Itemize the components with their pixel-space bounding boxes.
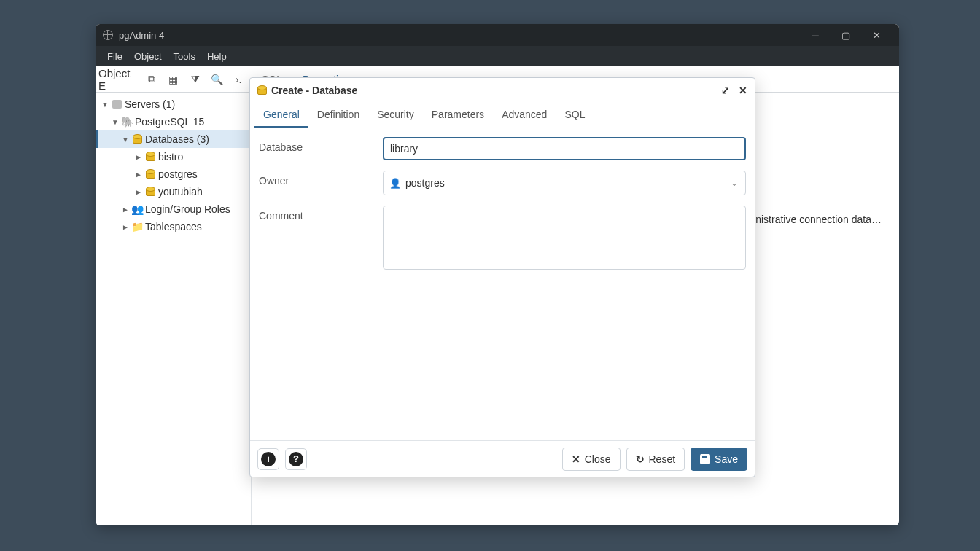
label-database: Database [259, 137, 383, 153]
database-icon [146, 171, 155, 179]
tree-db-bistro[interactable]: bistro [96, 148, 251, 165]
titlebar: pgAdmin 4 ─ ▢ ✕ [96, 24, 899, 46]
menu-help[interactable]: Help [201, 51, 233, 62]
elephant-icon: 🐘 [120, 116, 133, 128]
dialog-tabs: General Definition Security Parameters A… [250, 103, 755, 128]
tab-general[interactable]: General [254, 103, 308, 128]
tree-tablespaces[interactable]: 📁 Tablespaces [96, 218, 251, 235]
close-button[interactable]: ✕Close [562, 448, 621, 471]
tree-login-roles[interactable]: 👥 Login/Group Roles [96, 200, 251, 218]
label-comment: Comment [259, 206, 383, 222]
close-icon: ✕ [572, 453, 580, 465]
tab-sql-dialog[interactable]: SQL [556, 103, 594, 128]
close-dialog-icon[interactable]: ✕ [739, 85, 747, 96]
globe-icon [103, 30, 113, 40]
expand-icon[interactable]: ⤢ [721, 85, 730, 96]
tree-postgres-server[interactable]: 🐘 PostgreSQL 15 [96, 113, 251, 130]
dialog-title: Create - Database [271, 85, 357, 96]
dialog-footer: i ? ✕Close ↻Reset Save [250, 440, 755, 477]
maximize-button[interactable]: ▢ [831, 24, 861, 46]
database-icon [133, 136, 142, 144]
server-group-icon [112, 100, 122, 109]
comment-textarea[interactable] [383, 206, 746, 270]
create-database-dialog: Create - Database ⤢ ✕ General Definition… [249, 77, 755, 477]
window-title: pgAdmin 4 [119, 30, 164, 41]
reset-icon: ↻ [636, 453, 645, 465]
owner-select[interactable]: 👤 postgres ⌄ [383, 171, 746, 195]
close-window-button[interactable]: ✕ [861, 24, 892, 46]
tab-advanced[interactable]: Advanced [493, 103, 556, 128]
save-icon [700, 454, 710, 464]
menu-file[interactable]: File [101, 51, 128, 62]
dialog-body: Database Owner 👤 postgres ⌄ Comment [250, 128, 755, 440]
database-icon [146, 153, 155, 161]
background-hint-text: ninistrative connection data… [747, 214, 882, 225]
menu-tools[interactable]: Tools [168, 51, 201, 62]
object-explorer-label: Object E [98, 67, 140, 92]
database-icon [146, 188, 155, 196]
tree-db-youtubiah[interactable]: youtubiah [96, 183, 251, 200]
save-button[interactable]: Save [691, 448, 747, 471]
object-tree: Servers (1) 🐘 PostgreSQL 15 Databases (3… [96, 93, 252, 525]
toolbar-filter-icon[interactable]: ⧩ [185, 69, 206, 90]
tab-parameters[interactable]: Parameters [423, 103, 493, 128]
user-icon: 👤 [389, 178, 401, 189]
label-owner: Owner [259, 171, 383, 187]
tree-databases[interactable]: Databases (3) [96, 130, 251, 148]
tab-security[interactable]: Security [368, 103, 423, 128]
toolbar-icon-2[interactable]: ▦ [163, 69, 184, 90]
chevron-down-icon: ⌄ [723, 178, 738, 188]
dialog-titlebar: Create - Database ⤢ ✕ [250, 78, 755, 103]
database-name-input[interactable] [383, 137, 746, 160]
menu-object[interactable]: Object [128, 51, 168, 62]
info-button[interactable]: i [257, 448, 279, 470]
toolbar-terminal-icon[interactable]: ›. [228, 69, 249, 90]
tree-db-postgres[interactable]: postgres [96, 165, 251, 183]
folder-icon: 📁 [131, 221, 144, 232]
tree-servers[interactable]: Servers (1) [96, 95, 251, 113]
owner-value: postgres [405, 177, 445, 189]
menubar: File Object Tools Help [96, 46, 899, 66]
database-icon [257, 87, 267, 95]
minimize-button[interactable]: ─ [800, 24, 831, 46]
reset-button[interactable]: ↻Reset [626, 448, 685, 471]
toolbar-icon-1[interactable]: ⧉ [141, 69, 162, 90]
tab-definition[interactable]: Definition [308, 103, 368, 128]
help-button[interactable]: ? [285, 448, 307, 470]
toolbar-search-icon[interactable]: 🔍 [206, 69, 227, 90]
roles-icon: 👥 [131, 203, 144, 215]
